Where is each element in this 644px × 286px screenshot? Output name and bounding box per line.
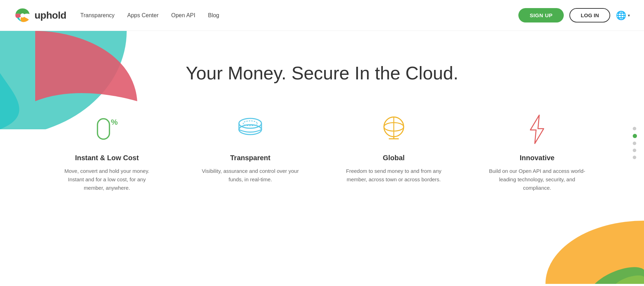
navbar: uphold Transparency Apps Center Open API… [0,0,644,31]
feature-instant-low-cost: % Instant & Low Cost Move, convert and h… [35,112,179,192]
feature-title-transparent: Transparent [230,154,270,162]
bg-decoration-bottomright [531,214,644,284]
language-selector[interactable]: 🌐 ▾ [616,11,630,20]
chevron-down-icon: ▾ [628,13,630,18]
nav-links: Transparency Apps Center Open API Blog [80,12,219,19]
feature-desc-instant: Move, convert and hold your money. Insta… [58,167,156,192]
logo-icon [14,7,31,24]
global-icon [378,112,410,147]
feature-title-global: Global [383,154,405,162]
transparent-icon [233,112,268,147]
feature-innovative: Innovative Build on our Open API and acc… [466,112,609,192]
scroll-dot-1[interactable] [633,127,636,130]
nav-open-api[interactable]: Open API [171,12,195,19]
feature-title-innovative: Innovative [520,154,555,162]
scroll-dot-3[interactable] [633,142,636,145]
hero-section: Your Money. Secure In the Cloud. % Insta… [0,31,644,284]
svg-point-1 [20,13,25,18]
logo[interactable]: uphold [14,7,66,24]
scroll-dot-5[interactable] [633,156,636,159]
feature-desc-innovative: Build on our Open API and access world-l… [488,167,586,192]
instant-low-cost-icon: % [91,112,123,147]
features-grid: % Instant & Low Cost Move, convert and h… [0,112,644,192]
login-button[interactable]: LOG IN [569,8,610,22]
nav-right: SIGN UP LOG IN 🌐 ▾ [518,8,630,22]
signup-button[interactable]: SIGN UP [518,8,564,22]
innovative-icon [525,112,549,147]
feature-global: Global Freedom to send money to and from… [322,112,466,192]
hero-title: Your Money. Secure In the Cloud. [0,31,644,112]
svg-point-3 [545,221,644,284]
nav-blog[interactable]: Blog [208,12,219,19]
svg-point-7 [239,125,261,135]
scroll-dot-4[interactable] [633,149,636,152]
feature-transparent: Transparent Visibility, assurance and co… [179,112,322,192]
svg-point-6 [239,118,261,128]
globe-icon: 🌐 [616,11,626,20]
nav-apps-center[interactable]: Apps Center [127,12,159,19]
svg-rect-4 [97,119,109,139]
svg-text:%: % [111,118,118,126]
nav-transparency[interactable]: Transparency [80,12,114,19]
logo-text: uphold [34,10,66,21]
feature-desc-global: Freedom to send money to and from any me… [345,167,443,184]
feature-title-instant: Instant & Low Cost [75,154,139,162]
feature-desc-transparent: Visibility, assurance and control over y… [201,167,299,184]
scroll-dot-2[interactable] [633,134,637,138]
scroll-dots [633,127,637,159]
